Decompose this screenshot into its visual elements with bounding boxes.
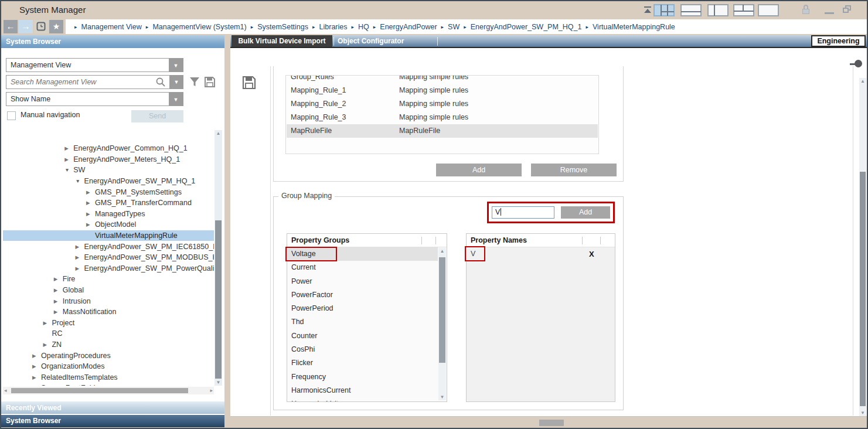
tree-item-MassNotification[interactable]: ▶MassNotification [3, 307, 214, 318]
property-group-item[interactable]: Counter [287, 329, 438, 343]
filter-icon[interactable] [189, 76, 200, 88]
scroll-right-icon[interactable]: ▸ [210, 387, 213, 393]
property-groups-scrollbar[interactable]: ▲ ▼ [438, 248, 446, 400]
layout-button-single[interactable] [758, 4, 779, 16]
tree-collapsed-icon[interactable]: ▶ [76, 254, 84, 260]
property-group-item[interactable]: CosPhi [287, 343, 438, 356]
tree-expanded-icon[interactable]: ▼ [64, 167, 73, 173]
content-vertical-scrollbar[interactable]: ▲ ▼ [859, 78, 866, 416]
view-selector[interactable]: Management View ▼ [6, 58, 183, 72]
chevron-down-icon[interactable]: ▼ [169, 93, 183, 105]
save-filter-icon[interactable] [204, 76, 216, 88]
tree-collapsed-icon[interactable]: ▶ [86, 200, 95, 206]
tree-item-EnergyAndPower_SW_PM_MODBUS_HC[interactable]: ▶EnergyAndPower_SW_PM_MODBUS_HC [3, 252, 214, 263]
table-row[interactable]: Group_RulesMapping simple rules [287, 75, 598, 84]
restore-button[interactable] [842, 4, 853, 16]
tree-collapsed-icon[interactable]: ▶ [32, 363, 41, 369]
content-scrollbar-thumb[interactable] [860, 172, 866, 406]
tree-collapsed-icon[interactable]: ▶ [54, 309, 63, 315]
layout-button-quad[interactable] [653, 4, 675, 16]
property-name-input[interactable]: V [492, 206, 554, 219]
pin-icon[interactable] [855, 60, 862, 67]
tree-item-VirtualMeterMappingRule[interactable]: VirtualMeterMappingRule [3, 230, 214, 241]
tree-collapsed-icon[interactable]: ▶ [54, 276, 63, 282]
dock-collapse-icon[interactable] [642, 6, 653, 15]
system-browser-panel-header[interactable]: System Browser [1, 415, 224, 427]
lock-icon[interactable] [802, 5, 810, 15]
property-group-item[interactable]: Current [287, 261, 438, 274]
breadcrumb-item[interactable]: VirtualMeterMappingRule [593, 23, 675, 31]
tree-collapsed-icon[interactable]: ▶ [54, 287, 63, 293]
tree-expanded-icon[interactable]: ▼ [76, 178, 84, 184]
breadcrumb-item[interactable]: HQ [358, 23, 369, 31]
column-grip[interactable] [582, 237, 583, 244]
tree-item-EnergyAndPower_SW_PM_IEC61850_H[interactable]: ▶EnergyAndPower_SW_PM_IEC61850_H [3, 241, 214, 252]
breadcrumb-item[interactable]: SystemSettings [257, 23, 308, 31]
property-group-item[interactable]: Frequency [287, 370, 438, 384]
tree-item-SW[interactable]: ▼SW [3, 165, 214, 176]
breadcrumb-item[interactable]: EnergyAndPower_SW_PM_HQ_1 [471, 23, 582, 31]
tree-item-EnergyAndPower_SW_PM_PowerQuality[interactable]: ▶EnergyAndPower_SW_PM_PowerQuality [3, 263, 214, 274]
tree-collapsed-icon[interactable]: ▶ [32, 385, 41, 386]
column-grip[interactable] [600, 237, 601, 244]
tree-collapsed-icon[interactable]: ▶ [43, 320, 52, 326]
mapping-rule-remove-button[interactable]: Remove [531, 164, 617, 176]
column-grip[interactable] [421, 237, 422, 244]
mapping-rule-add-button[interactable]: Add [436, 164, 522, 176]
search-options-dropdown[interactable]: ▼ [169, 75, 183, 89]
property-group-item[interactable]: PowerPeriod [287, 302, 438, 315]
table-row[interactable]: MapRuleFileMapRuleFile [287, 124, 598, 138]
tree-item-Fire[interactable]: ▶Fire [3, 274, 214, 285]
property-group-item[interactable]: Voltage [287, 247, 438, 261]
minimize-button[interactable] [824, 4, 835, 16]
breadcrumb-item[interactable]: Management View [81, 23, 142, 31]
tree-collapsed-icon[interactable]: ▶ [32, 374, 41, 380]
tree-item-RelatedItemsTemplates[interactable]: ▶RelatedItemsTemplates [3, 372, 214, 383]
scroll-up-icon[interactable]: ▲ [215, 131, 222, 136]
display-mode-selector[interactable]: Show Name ▼ [6, 92, 183, 106]
tree-item-Project[interactable]: ▶Project [3, 318, 214, 329]
property-group-item[interactable]: PowerFactor [287, 288, 438, 302]
property-group-item[interactable]: HarmonicsCurrent [287, 384, 438, 397]
breadcrumb-item[interactable]: Libraries [319, 23, 348, 31]
tree-collapsed-icon[interactable]: ▶ [76, 244, 84, 250]
tree-item-EnergyAndPower_SW_PM_HQ_1[interactable]: ▼EnergyAndPower_SW_PM_HQ_1 [3, 176, 214, 187]
column-grip[interactable] [435, 237, 436, 244]
send-button[interactable]: Send [131, 110, 183, 122]
tree-collapsed-icon[interactable]: ▶ [86, 222, 95, 227]
tree-item-RC[interactable]: RC [3, 328, 214, 339]
layout-button-vsplit[interactable] [707, 4, 729, 16]
tree-collapsed-icon[interactable]: ▶ [64, 156, 73, 162]
perspective-badge[interactable]: Engineering [811, 35, 866, 47]
tree-item-ZN[interactable]: ▶ZN [3, 339, 214, 350]
property-group-item[interactable]: Flicker [287, 356, 438, 370]
scroll-down-icon[interactable]: ▼ [438, 394, 446, 400]
breadcrumb-item[interactable]: SW [448, 23, 459, 31]
layout-button-hsplit[interactable] [680, 4, 702, 16]
property-groups-scrollbar-thumb[interactable] [439, 257, 445, 363]
tab-object-configurator[interactable]: Object Configurator [338, 35, 404, 47]
tree-collapsed-icon[interactable]: ▶ [54, 298, 63, 304]
back-button[interactable]: ← [4, 20, 18, 33]
scroll-down-icon[interactable]: ▼ [215, 380, 222, 385]
property-group-item[interactable]: Thd [287, 315, 438, 329]
table-row[interactable]: Mapping_Rule_3Mapping simple rules [287, 111, 598, 124]
tree-item-GMS_PM_SystemSettings[interactable]: ▶GMS_PM_SystemSettings [3, 186, 214, 198]
group-mapping-add-button[interactable]: Add [561, 206, 610, 219]
manual-navigation-checkbox[interactable] [7, 111, 16, 120]
breadcrumb-item[interactable]: EnergyAndPower [380, 23, 437, 31]
save-icon[interactable] [242, 76, 256, 90]
recently-viewed-panel-header[interactable]: Recently Viewed [1, 401, 224, 414]
tree-horizontal-scrollbar[interactable]: ◂ ▸ [3, 387, 214, 394]
tree-hscrollbar-thumb[interactable] [11, 388, 188, 393]
tree-item-Intrusion[interactable]: ▶Intrusion [3, 295, 214, 307]
table-row[interactable]: Mapping_Rule_1Mapping simple rules [287, 84, 598, 97]
property-group-item[interactable]: HarmonicsVoltage [287, 397, 438, 401]
scroll-up-icon[interactable]: ▲ [859, 79, 866, 84]
tree-item-Global[interactable]: ▶Global [3, 285, 214, 296]
tree-collapsed-icon[interactable]: ▶ [86, 211, 95, 217]
table-row[interactable]: Mapping_Rule_2Mapping simple rules [287, 97, 598, 111]
favorites-button[interactable]: ★ [49, 20, 63, 33]
tree-item-ObjectModel[interactable]: ▶ObjectModel [3, 219, 214, 230]
tree-collapsed-icon[interactable]: ▶ [32, 353, 41, 359]
